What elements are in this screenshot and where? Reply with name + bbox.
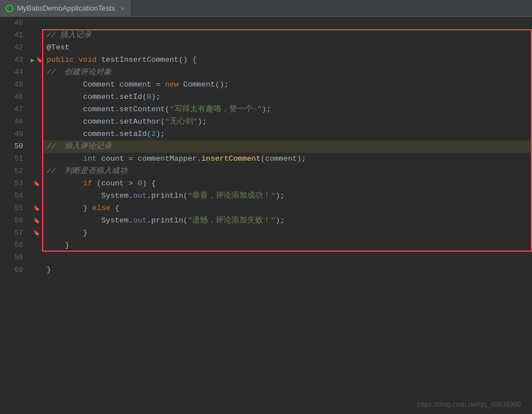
gutter-item [31, 264, 42, 276]
bookmark-icon: 🔖 [33, 180, 40, 187]
code-line: comment.setAuthor("无心剑"); [42, 116, 532, 128]
line-number: 40 [0, 17, 26, 29]
code-line: } [42, 227, 532, 239]
line-number: 55 [0, 202, 26, 215]
line-number: 52 [0, 165, 26, 178]
code-line: Comment comment = new Comment(); [42, 79, 532, 91]
line-number: 60 [0, 264, 26, 276]
gutter-item [31, 103, 42, 116]
code-token: "写得太有趣咯，赞一个~" [170, 103, 262, 116]
line-number: 44 [0, 66, 26, 79]
code-token: out [133, 215, 147, 227]
code-line: @Test [42, 42, 532, 54]
code-token: new [165, 79, 179, 91]
code-token: void [79, 54, 97, 66]
code-token: 8 [147, 91, 151, 103]
code-line: // 插入评论记录 [42, 140, 532, 153]
code-line [42, 17, 532, 29]
code-line: System.out.println("遗憾，评论添加失败！"); [42, 215, 532, 227]
code-token: ); [151, 91, 160, 103]
gutter-item [31, 190, 42, 202]
line-number: 45 [0, 79, 26, 91]
line-number: 54 [0, 190, 26, 202]
code-token: ); [275, 190, 284, 202]
code-token: // 判断是否插入成功 [47, 165, 128, 178]
code-line: // 插入记录 [42, 29, 532, 42]
gutter-item [31, 79, 42, 91]
line-number: 57 [0, 227, 26, 239]
code-line: // 判断是否插入成功 [42, 165, 532, 178]
run-icon[interactable]: ▶ [30, 56, 34, 65]
line-number: 58 [0, 239, 26, 252]
gutter-item [31, 153, 42, 165]
code-token: "恭喜，评论添加成功！" [188, 190, 275, 202]
code-token: count = commentMapper. [97, 153, 201, 165]
code-token: ); [198, 116, 207, 128]
code-token: // 创建评论对象 [47, 66, 112, 79]
line-number: 51 [0, 153, 26, 165]
code-token: .println( [147, 190, 188, 202]
code-token: out [133, 190, 147, 202]
line-numbers: 4041424344454647484950515253545556575859… [0, 17, 31, 414]
code-token: .println( [147, 215, 188, 227]
watermark: https://blog.csdn.net/qq_48838980 [417, 401, 521, 408]
code-token: } [47, 239, 70, 252]
gutter: ▶🔖🔖🔖🔖🔖 [31, 17, 42, 414]
gutter-item [31, 128, 42, 140]
gutter-item: 🔖 [31, 215, 42, 227]
line-number: 56 [0, 215, 26, 227]
gutter-item [31, 165, 42, 178]
code-token: comment.setContent( [47, 103, 170, 116]
code-token [47, 178, 83, 190]
code-token: ); [156, 128, 165, 140]
line-number: 46 [0, 91, 26, 103]
code-line: // 创建评论对象 [42, 66, 532, 79]
code-line: if (count > 0) { [42, 178, 532, 190]
line-number: 43 [0, 54, 26, 66]
code-token: (count > [92, 178, 138, 190]
code-token: else [92, 202, 110, 215]
code-token: System. [47, 215, 133, 227]
code-token: if [83, 178, 92, 190]
gutter-item: ▶🔖 [31, 54, 42, 66]
gutter-item [31, 17, 42, 29]
code-line: public void testInsertComment() { [42, 54, 532, 66]
gutter-item [31, 42, 42, 54]
gutter-item [31, 116, 42, 128]
code-token: @Test [47, 42, 70, 54]
code-line: comment.setId(8); [42, 91, 532, 103]
gutter-item [31, 91, 42, 103]
gutter-item: 🔖 [31, 178, 42, 190]
code-token: } [47, 264, 51, 276]
gutter-item [31, 29, 42, 42]
gutter-item [31, 252, 42, 264]
code-token: public [47, 54, 74, 66]
code-token: Comment(); [179, 79, 229, 91]
tab-close-button[interactable]: × [121, 5, 124, 12]
tab-file-icon [6, 4, 13, 12]
active-tab[interactable]: MyBatisDemoApplicationTests × [0, 0, 130, 17]
code-token: System. [47, 190, 133, 202]
code-token: ) { [142, 178, 156, 190]
code-content[interactable]: // 插入记录@Testpublic void testInsertCommen… [42, 17, 532, 414]
code-token: testInsertComment [101, 54, 179, 66]
gutter-item: 🔖 [31, 227, 42, 239]
code-token: 0 [138, 178, 142, 190]
code-line: comment.setContent("写得太有趣咯，赞一个~"); [42, 103, 532, 116]
code-token: int [47, 153, 97, 165]
code-line: } [42, 239, 532, 252]
line-number: 41 [0, 29, 26, 42]
code-token: comment.setAuthor( [47, 116, 165, 128]
gutter-item [31, 239, 42, 252]
line-number: 59 [0, 252, 26, 264]
code-line: int count = commentMapper.insertComment(… [42, 153, 532, 165]
code-token: } [47, 227, 88, 239]
line-number: 49 [0, 128, 26, 140]
bookmark-icon: 🔖 [36, 57, 43, 63]
code-token: comment.setId( [47, 91, 147, 103]
code-line: comment.setaId(2); [42, 128, 532, 140]
code-token: ); [275, 215, 284, 227]
code-token: 2 [151, 128, 156, 140]
code-token: // 插入记录 [47, 29, 92, 42]
code-line: System.out.println("恭喜，评论添加成功！"); [42, 190, 532, 202]
